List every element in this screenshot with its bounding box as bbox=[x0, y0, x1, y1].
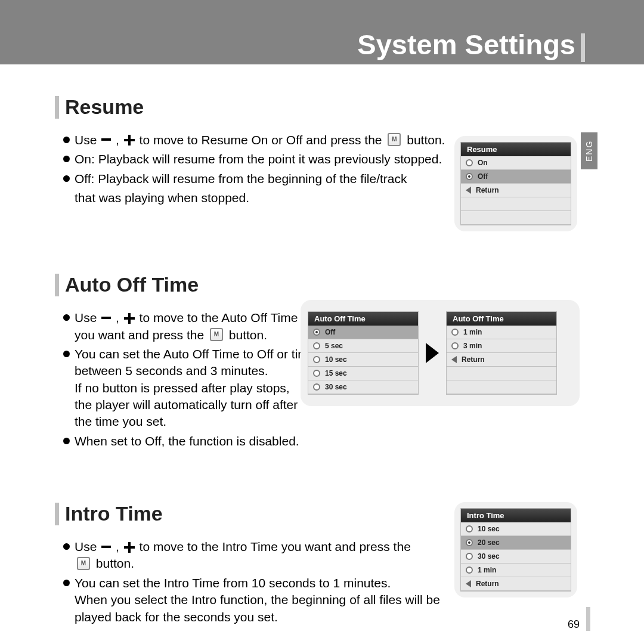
radio-selected-icon bbox=[313, 329, 320, 336]
bullet-dot-icon bbox=[63, 543, 70, 550]
menu-row-on: On bbox=[461, 156, 571, 170]
header-bar: System Settings bbox=[0, 0, 644, 64]
menu-row-off: Off bbox=[461, 170, 571, 184]
menu-screen-right: Auto Off Time 1 min 3 min Return bbox=[446, 311, 557, 395]
minus-icon bbox=[101, 546, 111, 548]
text: button. bbox=[96, 556, 134, 570]
menu-row: 10 sec bbox=[461, 522, 571, 536]
return-arrow-icon bbox=[466, 187, 471, 194]
menu-row: 10 sec bbox=[308, 353, 418, 367]
plus-icon bbox=[124, 313, 135, 324]
text: to move to the Auto Off Time bbox=[140, 311, 298, 324]
text-continuation: between 5 seconds and 3 minutes. bbox=[75, 363, 315, 379]
menu-row-return: Return bbox=[447, 353, 556, 367]
radio-selected-icon bbox=[466, 539, 473, 546]
page-title: System Settings bbox=[357, 28, 575, 61]
bullet-dot-icon bbox=[63, 580, 70, 586]
radio-icon bbox=[313, 356, 320, 363]
menu-header: Auto Off Time bbox=[308, 312, 418, 326]
bullet-dot-icon bbox=[63, 156, 70, 162]
text: you want and press the bbox=[75, 328, 204, 342]
text: Use bbox=[75, 133, 97, 147]
text-continuation: If no button is pressed after play stops… bbox=[75, 380, 315, 397]
menu-row-empty bbox=[447, 380, 556, 394]
section-title: Auto Off Time bbox=[65, 273, 199, 296]
menu-screen-left: Auto Off Time Off 5 sec 10 sec 15 sec 30… bbox=[308, 311, 419, 395]
radio-icon bbox=[313, 383, 320, 391]
text: You can set the Intro Time from 10 secon… bbox=[75, 576, 391, 590]
menu-screen: Resume On Off Return bbox=[460, 142, 571, 225]
bullet-dot-icon bbox=[63, 314, 70, 321]
minus-icon bbox=[101, 138, 111, 141]
radio-icon bbox=[313, 342, 320, 349]
text: Off: Playback will resume from the begin… bbox=[75, 171, 407, 187]
menu-header: Intro Time bbox=[461, 509, 571, 522]
text: button. bbox=[229, 328, 267, 342]
bullet-dot-icon bbox=[63, 175, 70, 182]
menu-row-empty bbox=[461, 197, 571, 211]
menu-row-return: Return bbox=[461, 577, 571, 591]
text-continuation: the player will automatically turn off a… bbox=[75, 397, 315, 413]
minus-icon bbox=[101, 317, 111, 319]
section-bar-icon bbox=[55, 274, 59, 296]
menu-row: 30 sec bbox=[308, 380, 418, 394]
return-arrow-icon bbox=[466, 580, 471, 587]
text: to move to Resume On or Off and press th… bbox=[140, 133, 382, 147]
radio-icon bbox=[313, 370, 320, 377]
menu-row: 30 sec bbox=[461, 550, 571, 564]
m-button-icon: M bbox=[77, 557, 90, 570]
menu-panel-resume: Resume On Off Return bbox=[454, 136, 577, 231]
page-number: 69 bbox=[568, 618, 580, 631]
menu-row: 15 sec bbox=[308, 367, 418, 380]
text: When set to Off, the function is disable… bbox=[75, 433, 299, 450]
language-tab: ENG bbox=[581, 132, 597, 169]
section-header-resume: Resume bbox=[55, 95, 580, 119]
plus-icon bbox=[124, 542, 135, 553]
menu-header: Resume bbox=[461, 143, 571, 156]
section-bar-icon bbox=[55, 96, 59, 119]
menu-row-return: Return bbox=[461, 184, 571, 197]
text: You can set the Auto Off Time to Off or … bbox=[75, 347, 315, 361]
menu-row: 1 min bbox=[447, 326, 556, 339]
menu-header: Auto Off Time bbox=[447, 312, 556, 326]
section-header-auto-off: Auto Off Time bbox=[55, 273, 580, 296]
menu-row: 20 sec bbox=[461, 536, 571, 550]
menu-row: 3 min bbox=[447, 339, 556, 353]
m-button-icon: M bbox=[388, 133, 401, 146]
bullet-dot-icon bbox=[63, 438, 70, 444]
title-divider bbox=[581, 33, 585, 62]
radio-icon bbox=[451, 342, 459, 349]
menu-row: 5 sec bbox=[308, 339, 418, 353]
text-continuation: played back for the seconds you set. bbox=[75, 609, 440, 626]
section-title: Intro Time bbox=[65, 502, 163, 525]
menu-row: 1 min bbox=[461, 564, 571, 577]
plus-icon bbox=[124, 135, 135, 145]
text-continuation: When you select the Intro function, the … bbox=[75, 592, 440, 608]
return-arrow-icon bbox=[451, 356, 457, 363]
menu-panel-auto-off: Auto Off Time Off 5 sec 10 sec 15 sec 30… bbox=[301, 300, 580, 406]
text: On: Playback will resume from the point … bbox=[75, 151, 442, 168]
radio-selected-icon bbox=[466, 173, 473, 180]
text-continuation: the time you set. bbox=[75, 413, 315, 430]
menu-row-empty bbox=[461, 211, 571, 225]
section-bar-icon bbox=[55, 503, 59, 525]
menu-row-empty bbox=[447, 367, 556, 380]
bullet-dot-icon bbox=[63, 137, 70, 143]
text: Use bbox=[75, 311, 97, 324]
radio-icon bbox=[466, 553, 473, 560]
menu-row: Off bbox=[308, 326, 418, 339]
radio-icon bbox=[466, 566, 473, 574]
corner-bar-icon bbox=[586, 607, 590, 631]
text: to move to the Intro Time you want and p… bbox=[140, 540, 411, 553]
bullet-dot-icon bbox=[63, 351, 70, 357]
menu-screen: Intro Time 10 sec 20 sec 30 sec 1 min Re… bbox=[460, 508, 571, 592]
radio-icon bbox=[451, 329, 459, 336]
radio-icon bbox=[466, 525, 473, 532]
m-button-icon: M bbox=[210, 328, 223, 341]
section-title: Resume bbox=[65, 95, 144, 119]
menu-panel-intro: Intro Time 10 sec 20 sec 30 sec 1 min Re… bbox=[454, 502, 577, 597]
text: Use bbox=[75, 540, 97, 553]
bullet-item: When set to Off, the function is disable… bbox=[63, 433, 580, 450]
radio-icon bbox=[466, 159, 473, 166]
arrow-right-icon bbox=[426, 343, 439, 363]
